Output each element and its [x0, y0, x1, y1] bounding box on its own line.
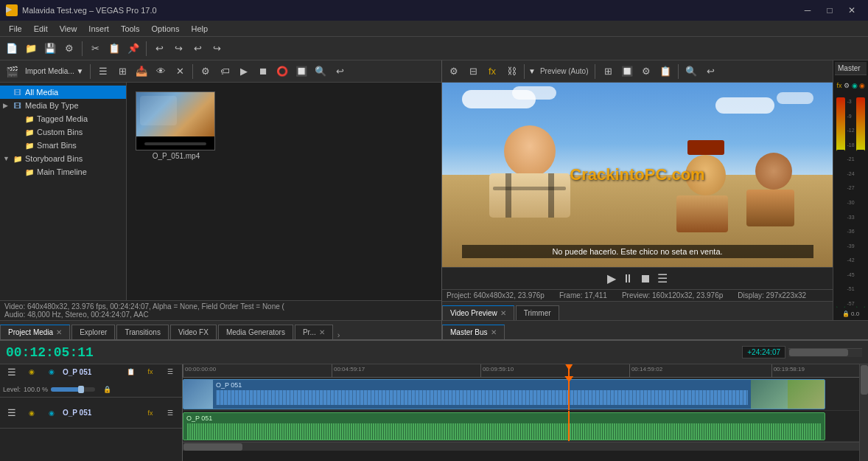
save-button[interactable]: 💾 — [41, 40, 59, 58]
loop-button[interactable]: ⭕ — [273, 63, 291, 80]
audio-mute[interactable]: ◉ — [23, 404, 41, 422]
tree-storyboard-bins[interactable]: ▼ 📁 Storyboard Bins — [0, 152, 126, 165]
menu-edit[interactable]: Edit — [28, 23, 54, 35]
preview-grid-button[interactable]: ⊞ — [599, 63, 617, 80]
redo-button[interactable]: ↪ — [169, 40, 187, 58]
tab-master-bus[interactable]: Master Bus ✕ — [442, 325, 505, 339]
close-media-button[interactable]: ✕ — [171, 63, 189, 80]
maximize-button[interactable]: □ — [819, 3, 840, 18]
preview-menu-button[interactable]: ☰ — [657, 271, 668, 285]
preview-mode-dropdown[interactable]: Preview (Auto) — [537, 63, 592, 80]
undo2-button[interactable]: ↩ — [189, 40, 206, 58]
master-settings[interactable]: ⚙ — [844, 77, 850, 94]
menu-view[interactable]: View — [54, 23, 83, 35]
timeline-scrollbar-h[interactable] — [788, 348, 862, 357]
master-something[interactable]: ◉ — [852, 77, 858, 94]
audio-expand[interactable]: ☰ — [3, 404, 21, 422]
master-bus-close[interactable]: ✕ — [491, 328, 497, 336]
stop-button[interactable]: ⏹ — [254, 63, 272, 80]
audio-collapse[interactable]: ☰ — [161, 404, 179, 422]
level-handle[interactable] — [78, 386, 84, 393]
preview-settings-button[interactable]: ⚙ — [445, 63, 463, 80]
thumb-view-button[interactable]: ⊞ — [113, 63, 131, 80]
minimize-button[interactable]: ─ — [797, 3, 818, 18]
reset-button[interactable]: ↩ — [331, 63, 349, 80]
timeline-header: 00:12:05:11 +24:24:07 — [0, 341, 868, 364]
timeline-v-scrollbar[interactable] — [859, 364, 868, 461]
settings-button[interactable]: ⚙ — [197, 63, 214, 80]
zoom-button[interactable]: 🔲 — [293, 63, 310, 80]
tab-explorer[interactable]: Explorer — [71, 325, 115, 339]
play-button[interactable]: ▶ — [235, 63, 253, 80]
tab-vp-close[interactable]: ✕ — [500, 309, 506, 317]
new-button[interactable]: 📄 — [3, 40, 21, 58]
video-clip[interactable]: O_P 051 — [183, 379, 825, 409]
tab-trimmer[interactable]: Trimmer — [516, 305, 559, 320]
tab-close-icon[interactable]: ✕ — [56, 328, 62, 336]
timeline-h-scrollbar[interactable] — [183, 442, 859, 451]
properties-button[interactable]: ⚙ — [60, 40, 78, 58]
cloud3 — [715, 97, 774, 114]
tag-button[interactable]: 🏷 — [216, 63, 234, 80]
cut-button[interactable]: ✂ — [86, 40, 104, 58]
menu-tools[interactable]: Tools — [115, 23, 146, 35]
preview-snap-button[interactable]: 📋 — [657, 63, 674, 80]
open-button[interactable]: 📁 — [22, 40, 40, 58]
tab-add-button[interactable]: › — [335, 330, 343, 339]
track-automation[interactable]: 📋 — [122, 364, 139, 381]
level-slider[interactable] — [51, 387, 95, 392]
v-scroll-thumb[interactable] — [861, 365, 868, 395]
media-item-1[interactable]: O_P_051.mp4 — [136, 91, 217, 160]
preview-safe-button[interactable]: 🔲 — [618, 63, 636, 80]
preview-fx-button[interactable]: fx — [483, 63, 501, 80]
preview-play-button[interactable]: ▶ — [607, 271, 616, 285]
menu-insert[interactable]: Insert — [83, 23, 115, 35]
get-media-button[interactable]: 📥 — [133, 63, 150, 80]
tab-project-media[interactable]: Project Media ✕ — [0, 325, 70, 339]
tab-pr-close[interactable]: ✕ — [319, 328, 325, 336]
preview-pause-button[interactable]: ⏸ — [622, 272, 634, 285]
menu-help[interactable]: Help — [185, 23, 214, 35]
track-mute[interactable]: ◉ — [23, 364, 41, 381]
undo-button[interactable]: ↩ — [150, 40, 168, 58]
scroll-thumb[interactable] — [789, 349, 848, 356]
h-scroll-thumb[interactable] — [183, 443, 242, 451]
track-expand[interactable]: ☰ — [3, 364, 21, 381]
magnify-button[interactable]: 🔍 — [312, 63, 329, 80]
audio-solo[interactable]: ◉ — [43, 404, 60, 422]
tab-video-preview[interactable]: Video Preview ✕ — [442, 305, 514, 320]
list-view-button[interactable]: ☰ — [94, 63, 112, 80]
preview-more-button[interactable]: ⚙ — [637, 63, 655, 80]
master-something2[interactable]: ◉ — [859, 77, 865, 94]
track-collapse[interactable]: ☰ — [161, 364, 179, 381]
tree-media-by-type[interactable]: ▶ 🎞 Media By Type — [0, 99, 126, 112]
tree-smart-bins[interactable]: 📁 Smart Bins — [0, 139, 126, 152]
audio-fx[interactable]: fx — [141, 404, 159, 422]
tab-transitions[interactable]: Transitions — [116, 325, 169, 339]
track-solo[interactable]: ◉ — [43, 364, 60, 381]
preview-split-button[interactable]: ⊟ — [464, 63, 482, 80]
tree-custom-bins[interactable]: 📁 Custom Bins — [0, 125, 126, 139]
preview-chain-button[interactable]: ⛓ — [503, 63, 520, 80]
copy-button[interactable]: 📋 — [105, 40, 123, 58]
tab-media-generators[interactable]: Media Generators — [218, 325, 293, 339]
fx-button[interactable]: fx — [836, 77, 842, 94]
preview-zoom-in[interactable]: ↩ — [701, 63, 719, 80]
tree-main-timeline[interactable]: 📁 Main Timeline — [0, 165, 126, 178]
tab-pr[interactable]: Pr... ✕ — [295, 325, 333, 339]
tab-video-fx[interactable]: Video FX — [170, 325, 217, 339]
menu-file[interactable]: File — [3, 23, 28, 35]
tree-all-media[interactable]: 🎞 All Media — [0, 86, 126, 99]
paste-button[interactable]: 📌 — [125, 40, 142, 58]
import-media-button[interactable]: Import Media... ▼ — [22, 63, 86, 80]
level-lock[interactable]: 🔒 — [98, 381, 116, 398]
audio-clip[interactable]: O_P 051 — [183, 412, 825, 440]
preview-zoom-out[interactable]: 🔍 — [682, 63, 700, 80]
tree-tagged-media[interactable]: 📁 Tagged Media — [0, 112, 126, 125]
preview-stop-button[interactable]: ⏹ — [640, 272, 651, 285]
redo2-button[interactable]: ↪ — [208, 40, 225, 58]
track-fx[interactable]: fx — [141, 364, 159, 381]
auto-preview-button[interactable]: 👁 — [152, 63, 169, 80]
menu-options[interactable]: Options — [146, 23, 186, 35]
close-button[interactable]: ✕ — [841, 3, 862, 18]
